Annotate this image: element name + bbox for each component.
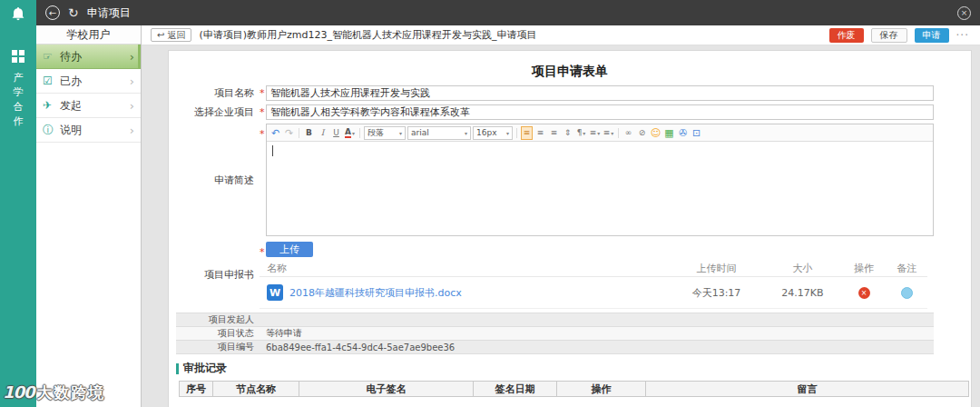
field-initiator: 项目发起人 [176, 313, 934, 327]
close-icon[interactable]: × [957, 6, 971, 20]
file-col-size: 大小 [764, 262, 841, 275]
text-direction-icon[interactable]: ¶▾ [575, 126, 587, 140]
project-name-input[interactable] [266, 85, 934, 101]
underline-icon[interactable]: U [330, 126, 342, 140]
approval-col-date: 签名日期 [474, 382, 557, 396]
caret-down-icon: ▾ [506, 130, 509, 136]
info-rows: 项目发起人 项目状态 等待申请 项目编号 6ba849ee-ffa1-4c54-… [176, 313, 934, 354]
form-title: 项目申请表单 [169, 64, 971, 79]
brief-label: 申请简述 [169, 124, 260, 236]
approval-section-header: 审批记录 [176, 362, 971, 374]
image-icon[interactable]: ▦ [663, 126, 675, 140]
font-color-glyph: A [345, 128, 351, 138]
approval-col-index: 序号 [180, 382, 213, 396]
field-number: 项目编号 6ba849ee-ffa1-4c54-9dc4-5ae7ae9bee3… [176, 341, 934, 354]
upload-row: * 上传 [260, 240, 927, 259]
file-row: W 2018年越疆科技研究项目申报书.docx 今天13:17 24.17KB … [260, 277, 927, 309]
caret-down-icon: ▾ [611, 130, 613, 136]
watermark-text: 大数跨境 [37, 382, 106, 403]
status-label: 项目状态 [176, 327, 260, 340]
save-button[interactable]: 保存 [871, 28, 907, 43]
chevron-right-icon: › [130, 50, 134, 64]
required-asterisk: * [260, 242, 266, 258]
caret-down-icon: ▾ [597, 130, 600, 136]
topbar: ← ↻ 申请项目 × [36, 0, 980, 25]
ordered-list-icon[interactable]: ≡▾ [589, 126, 601, 140]
toolbar-separator [618, 128, 619, 138]
notifications-bell-icon[interactable] [11, 6, 25, 21]
back-icon[interactable]: ← [45, 5, 60, 20]
sidebar-header: 学校用户 [36, 25, 141, 45]
chevron-right-icon: › [130, 74, 134, 88]
file-link[interactable]: 2018年越疆科技研究项目申报书.docx [289, 286, 462, 300]
initiator-label: 项目发起人 [176, 313, 260, 326]
editor-toolbar: ↶ ↷ B I U A▾ 段落▾ arial▾ 16px▾ ≡ ≡ [267, 124, 933, 142]
undo-icon[interactable]: ↶ [270, 126, 281, 140]
page-title: 申请项目 [87, 5, 131, 21]
sidebar-item-help[interactable]: ⓘ 说明 › [36, 118, 141, 143]
sidebar-item-label: 发起 [60, 98, 130, 114]
initiate-icon: ✈ [43, 99, 60, 112]
more-actions-icon[interactable]: ··· [956, 29, 969, 42]
bold-icon[interactable]: B [303, 126, 315, 140]
unlink-icon[interactable]: ⊘ [636, 126, 648, 140]
attachment-icon[interactable]: ✇ [677, 126, 689, 140]
section-accent-bar [176, 363, 179, 374]
apps-grid-icon[interactable] [12, 50, 24, 63]
back-arrow-glyph: ← [49, 8, 56, 18]
void-button[interactable]: 作废 [829, 28, 864, 43]
toolbar-separator [359, 128, 360, 138]
left-rail: 产学合作 [0, 0, 36, 407]
align-right-icon[interactable]: ≡ [548, 126, 560, 140]
file-col-action: 操作 [841, 262, 887, 275]
font-family-value: arial [411, 128, 429, 137]
font-family-select[interactable]: arial▾ [407, 126, 471, 140]
file-col-time: 上传时间 [669, 262, 764, 275]
form-panel: 项目申请表单 项目名称 * 选择企业项目 * 申请简述 * ↶ [168, 50, 972, 407]
word-file-icon: W [267, 284, 283, 301]
align-center-icon[interactable]: ≡ [534, 126, 546, 140]
number-value: 6ba849ee-ffa1-4c54-9dc4-5ae7ae9bee36 [260, 342, 455, 352]
approval-col-message: 留言 [646, 382, 968, 396]
list-glyph: ≡ [590, 128, 597, 137]
align-left-icon[interactable]: ≡ [521, 126, 533, 140]
remark-icon[interactable] [901, 287, 913, 299]
watermark-logo: 100 [3, 382, 34, 402]
action-toolbar: ↩ 返回 (申请项目)教师用户zmd123_智能机器人技术应用课程开发与实践_申… [142, 25, 980, 45]
media-icon[interactable]: ⊡ [691, 126, 702, 140]
return-label: 返回 [167, 29, 185, 42]
paragraph-format-select[interactable]: 段落▾ [364, 126, 406, 140]
report-block: * 上传 名称 上传时间 大小 操作 备注 W 2018年越疆科技研究项目申报书… [260, 240, 927, 309]
emoji-icon[interactable]: ☺ [650, 126, 662, 140]
redo-icon[interactable]: ↷ [283, 126, 295, 140]
refresh-icon[interactable]: ↻ [68, 5, 79, 20]
sidebar-item-done[interactable]: ☑ 已办 › [36, 69, 141, 94]
chevron-right-icon: › [130, 124, 134, 137]
todo-icon: ☞ [43, 50, 60, 63]
enterprise-project-input[interactable] [266, 104, 934, 120]
delete-file-icon[interactable]: × [858, 287, 870, 299]
editor-body[interactable] [267, 142, 933, 235]
toolbar-separator [299, 128, 299, 138]
caret-down-icon: ▾ [583, 130, 585, 136]
file-size-cell: 24.17KB [764, 287, 841, 299]
sidebar-item-label: 待办 [60, 49, 130, 65]
approval-col-node: 节点名称 [213, 382, 299, 396]
file-col-remark: 备注 [887, 262, 927, 275]
sidebar: 学校用户 ☞ 待办 › ☑ 已办 › ✈ 发起 › ⓘ 说明 › [36, 25, 142, 407]
return-button[interactable]: ↩ 返回 [151, 28, 191, 42]
file-table-header: 名称 上传时间 大小 操作 备注 [260, 261, 927, 277]
line-height-icon[interactable]: ⇕ [562, 126, 573, 140]
breadcrumb: (申请项目)教师用户zmd123_智能机器人技术应用课程开发与实践_申请项目 [199, 28, 536, 42]
apply-button[interactable]: 申请 [915, 28, 949, 43]
link-icon[interactable]: ∞ [622, 126, 634, 140]
font-color-icon[interactable]: A▾ [344, 126, 356, 140]
sidebar-item-initiate[interactable]: ✈ 发起 › [36, 94, 141, 118]
file-time-cell: 今天13:17 [669, 286, 764, 300]
upload-button[interactable]: 上传 [266, 242, 313, 257]
italic-icon[interactable]: I [317, 126, 328, 140]
sidebar-item-todo[interactable]: ☞ 待办 › [36, 45, 141, 69]
info-icon: ⓘ [43, 123, 60, 138]
unordered-list-icon[interactable]: ≡▾ [603, 126, 614, 140]
font-size-select[interactable]: 16px▾ [473, 126, 513, 140]
